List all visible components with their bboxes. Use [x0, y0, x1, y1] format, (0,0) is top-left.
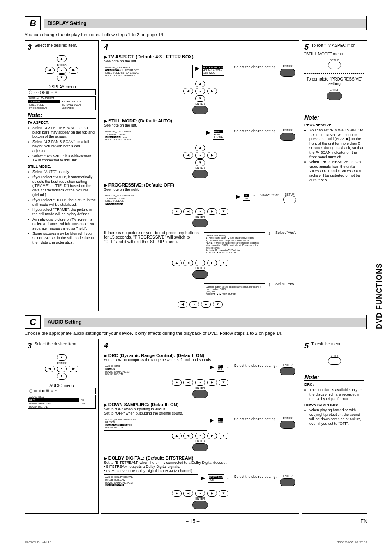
ok-icon[interactable]: •: [195, 88, 205, 94]
ok-icon[interactable]: •: [195, 260, 205, 266]
indd-footer: E6C0TUD.indd 15 2007/04/03 10:37:53: [25, 541, 367, 544]
ok-icon[interactable]: •: [57, 366, 67, 372]
c-note5-body: DRC: This function is available only on …: [304, 382, 364, 426]
left-icon[interactable]: ◀: [183, 490, 193, 497]
enter-button[interactable]: [280, 367, 295, 375]
left-icon[interactable]: ◀: [183, 152, 193, 159]
enter-button[interactable]: [280, 478, 295, 486]
prog-flow3: Select "Yes".: [275, 282, 296, 286]
right-icon[interactable]: ▶: [201, 301, 211, 308]
right-icon[interactable]: ▶: [69, 67, 78, 74]
up-icon[interactable]: ▲: [57, 354, 67, 361]
up-icon[interactable]: ▲: [172, 379, 182, 386]
up-icon[interactable]: ▲: [172, 433, 182, 439]
progressive-heading: PROGRESSIVE: (Default: OFF): [104, 182, 296, 187]
left-icon[interactable]: ◀: [183, 260, 193, 266]
right-icon[interactable]: ▶: [207, 379, 217, 386]
enter-button[interactable]: [192, 501, 208, 509]
section-b-grid: 3 Select the desired item. ▲ ENTER ◀ • ▶…: [25, 40, 367, 311]
arrow-right-icon: ▶: [206, 129, 210, 136]
down-sub2: Set to "OFF" when outputting the origina…: [104, 411, 296, 415]
down-icon[interactable]: ▼: [57, 373, 67, 380]
ok-icon[interactable]: •: [195, 208, 205, 215]
up-icon[interactable]: ▲: [172, 208, 182, 215]
up-icon[interactable]: ▲: [195, 145, 205, 151]
enter-button[interactable]: [280, 421, 295, 429]
enter-button[interactable]: [192, 270, 208, 279]
prog-warn2: Confirm again to use progressive scan. I…: [204, 283, 265, 297]
updown-icon: ↕: [253, 193, 255, 199]
enter-button[interactable]: [280, 69, 295, 77]
setup-button[interactable]: [328, 62, 341, 69]
c-step4-num: 4: [104, 342, 108, 350]
progressive-sub: See note on the right.: [104, 187, 296, 191]
down-icon[interactable]: ▼: [219, 490, 228, 497]
prog-menu-left: DISPLAY_PROGRESSIVE TV ASPECT OFF STILL …: [104, 193, 233, 206]
audio-menu-table: AUDIO_DRC DRCON DOWN SAMPLINGOFF DOLBY D…: [28, 395, 96, 409]
enter-label: ENTER: [279, 364, 296, 366]
enter-button[interactable]: [192, 443, 208, 451]
left-icon[interactable]: ◀: [45, 67, 55, 74]
nav-cluster: ▲ ENTER ◀ • ▶ ▼: [28, 354, 96, 380]
enter-button[interactable]: [192, 106, 208, 114]
left-icon[interactable]: ◀: [45, 366, 55, 372]
down-icon[interactable]: ▼: [219, 260, 228, 266]
ok-icon[interactable]: •: [57, 67, 67, 74]
b-step5-exit2: To complete "PROGRESSIVE" setting: [304, 77, 364, 86]
left-icon[interactable]: ◀: [183, 208, 193, 215]
nav-cluster: ▲ ENTER ◀ • ▶ ▼: [28, 55, 96, 81]
left-icon[interactable]: ◀: [183, 433, 193, 439]
enter-button[interactable]: [192, 390, 208, 398]
left-icon[interactable]: ◀: [178, 301, 187, 308]
down-icon[interactable]: ▼: [195, 95, 205, 102]
setup-button[interactable]: [283, 196, 296, 203]
right-icon[interactable]: ▶: [69, 366, 78, 372]
dolby-menu-left: AUDIO_DOLBY DIGITAL DRC BITSTREAM DOWN S…: [104, 474, 198, 488]
up-icon[interactable]: ▲: [57, 55, 67, 62]
enter-label: ENTER: [57, 63, 67, 66]
enter-label: ENTER: [279, 65, 296, 68]
section-b-title: DISPLAY Setting: [44, 19, 366, 28]
up-icon[interactable]: ▲: [172, 490, 182, 497]
ok-icon[interactable]: •: [195, 433, 205, 439]
left-icon[interactable]: ◀: [183, 88, 193, 94]
dolby-heading: DOLBY DIGITAL: (Default: BITSTREAM): [104, 456, 296, 461]
setup-button[interactable]: [328, 357, 341, 365]
left-icon[interactable]: ◀: [183, 379, 193, 386]
right-icon[interactable]: ▶: [207, 208, 217, 215]
up-icon[interactable]: ▲: [195, 81, 205, 87]
right-icon[interactable]: ▶: [207, 88, 217, 94]
drc-sub: Set to "ON" to compress the range betwee…: [104, 358, 296, 362]
setup-label: SETUP: [304, 355, 364, 357]
enter-button[interactable]: [327, 92, 342, 100]
enter-button[interactable]: [280, 133, 295, 141]
side-tab: DVD FUNCTIONS: [375, 263, 384, 329]
up-icon[interactable]: ▲: [172, 260, 182, 266]
display-menu-table: DISPLAY_TV ASPECT TV ASPECT4:3 LETTER BO…: [28, 96, 96, 110]
down-icon[interactable]: ▼: [213, 301, 223, 308]
right-icon[interactable]: ▶: [207, 152, 217, 159]
down-icon[interactable]: ▼: [219, 379, 228, 386]
right-icon[interactable]: ▶: [207, 260, 217, 266]
enter-label: ENTER: [304, 88, 364, 91]
indd-file: E6C0TUD.indd 15: [25, 541, 51, 544]
section-c-letter: C: [25, 315, 41, 329]
down-icon[interactable]: ▼: [57, 74, 67, 81]
updown-icon: ↕: [226, 65, 229, 71]
right-icon[interactable]: ▶: [207, 490, 217, 497]
down-icon[interactable]: ▼: [219, 208, 228, 215]
dashed-divider: [304, 73, 364, 74]
right-icon[interactable]: ▶: [207, 433, 217, 439]
enter-button[interactable]: [192, 170, 208, 178]
drc-heading: DRC (Dynamic Range Control): (Default: O…: [104, 353, 296, 358]
down-icon[interactable]: ▼: [219, 433, 228, 439]
b-step4-num: 4: [104, 43, 108, 52]
ok-icon[interactable]: •: [189, 301, 199, 308]
ok-icon[interactable]: •: [195, 379, 205, 386]
drc-menu-right: ON OFF: [217, 364, 224, 371]
ok-icon[interactable]: •: [195, 490, 205, 497]
down-select: Select the desired setting.: [234, 417, 277, 421]
down-icon[interactable]: ▼: [195, 159, 205, 166]
ok-icon[interactable]: •: [195, 152, 205, 159]
enter-button[interactable]: [192, 219, 208, 227]
